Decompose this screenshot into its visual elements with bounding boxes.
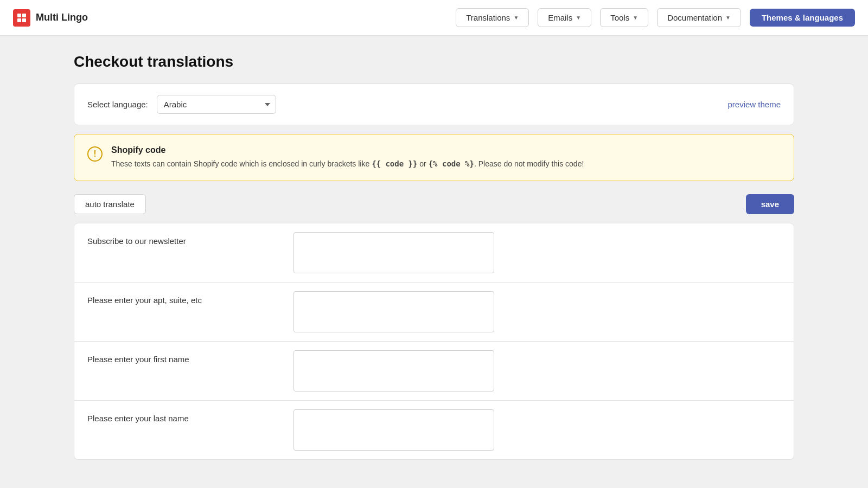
translations-chevron-icon: ▼ — [533, 15, 539, 21]
row-label-firstname: Please enter your first name — [74, 359, 270, 420]
themes-languages-button[interactable]: Themes & languages — [754, 9, 855, 27]
app-logo: Multi Lingo — [13, 9, 88, 27]
translation-input-subscribe[interactable] — [285, 245, 491, 288]
table-row: Please enter your last name — [74, 420, 794, 481]
logo-icon — [13, 9, 30, 27]
row-input-wrap-firstname — [270, 359, 794, 420]
language-bar: Select language: Arabic English French G… — [74, 89, 794, 127]
row-input-wrap-apt — [270, 298, 794, 358]
page-title: Checkout translations — [74, 55, 794, 74]
table-row: Subscribe to our newsletter — [74, 236, 794, 298]
main-content: Checkout translations Select language: A… — [0, 36, 868, 488]
row-input-wrap-lastname — [270, 420, 794, 481]
translations-nav-button[interactable]: Translations ▼ — [476, 8, 550, 27]
svg-rect-0 — [18, 14, 22, 17]
warning-icon: ! — [90, 151, 105, 166]
warning-code2: {% code %} — [432, 166, 477, 175]
svg-rect-1 — [22, 14, 26, 17]
documentation-chevron-icon: ▼ — [733, 15, 739, 21]
translations-nav-label: Translations — [486, 13, 530, 22]
translation-input-firstname[interactable] — [285, 368, 491, 411]
row-input-wrap-subscribe — [270, 236, 794, 297]
auto-translate-button[interactable]: auto translate — [74, 204, 148, 225]
translation-input-lastname[interactable] — [285, 429, 491, 472]
warning-code1: {{ code }} — [375, 166, 420, 175]
svg-rect-3 — [22, 18, 26, 22]
documentation-nav-button[interactable]: Documentation ▼ — [665, 8, 750, 27]
warning-text-after: . Please do not modify this code! — [477, 166, 587, 175]
warning-text: These texts can contain Shopify code whi… — [114, 165, 587, 176]
navbar: Multi Lingo Translations ▼ Emails ▼ Tool… — [0, 0, 868, 36]
logo-svg — [16, 12, 27, 23]
preview-theme-link[interactable]: preview theme — [727, 104, 781, 113]
translation-table: Subscribe to our newsletter Please enter… — [74, 236, 794, 481]
tools-chevron-icon: ▼ — [645, 15, 651, 21]
documentation-nav-label: Documentation — [675, 13, 730, 22]
warning-text-before: These texts can contain Shopify code whi… — [114, 166, 375, 175]
language-label: Select language: — [87, 104, 148, 113]
table-row: Please enter your first name — [74, 359, 794, 420]
row-label-subscribe: Subscribe to our newsletter — [74, 236, 270, 297]
svg-rect-2 — [18, 18, 22, 22]
row-label-lastname: Please enter your last name — [74, 420, 270, 481]
row-label-apt: Please enter your apt, suite, etc — [74, 298, 270, 358]
save-button[interactable]: save — [742, 204, 794, 224]
tools-nav-label: Tools — [623, 13, 642, 22]
warning-banner: ! Shopify code These texts can contain S… — [74, 138, 794, 189]
translation-input-apt[interactable] — [285, 306, 491, 350]
emails-chevron-icon: ▼ — [592, 15, 598, 21]
action-bar: auto translate save — [74, 204, 794, 225]
table-row: Please enter your apt, suite, etc — [74, 298, 794, 359]
emails-nav-button[interactable]: Emails ▼ — [554, 8, 608, 27]
app-name: Multi Lingo — [36, 12, 88, 23]
warning-text-middle: or — [420, 166, 431, 175]
navbar-nav: Translations ▼ Emails ▼ Tools ▼ Document… — [476, 8, 855, 27]
language-select[interactable]: Arabic English French German Spanish Ita… — [157, 98, 265, 118]
language-bar-left: Select language: Arabic English French G… — [87, 98, 265, 118]
emails-nav-label: Emails — [564, 13, 589, 22]
warning-content: Shopify code These texts can contain Sho… — [114, 151, 587, 176]
tools-nav-button[interactable]: Tools ▼ — [612, 8, 661, 27]
warning-title: Shopify code — [114, 151, 587, 162]
